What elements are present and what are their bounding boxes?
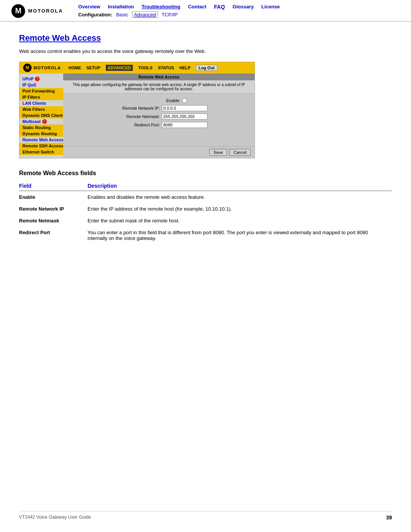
- sidebar-item-dynamicdns[interactable]: Dynamic DNS Client: [19, 112, 63, 118]
- table-row: Remote Network IPEnter the IP address of…: [19, 203, 392, 215]
- fields-section: Remote Web Access fields Field Descripti…: [19, 170, 392, 244]
- table-row: Remote NetmaskEnter the subnet mask of t…: [19, 215, 392, 227]
- sidebar-label: Remote Web Access: [22, 137, 64, 142]
- sidebar-item-staticrouting[interactable]: Static Routing: [19, 125, 63, 131]
- sidebar-item-dynamicrouting[interactable]: Dynamic Routing: [19, 131, 63, 137]
- field-column-header: Field: [19, 181, 88, 191]
- field-description-cell: Enables and disables the remote web acce…: [88, 191, 392, 203]
- nav-links-top: Overview Installation Troubleshooting Co…: [78, 4, 280, 10]
- top-navigation: M MOTOROLA Overview Installation Trouble…: [0, 0, 411, 22]
- motorola-m-icon: M: [11, 4, 25, 18]
- upnp-icon: ?: [35, 77, 40, 81]
- enable-checkbox[interactable]: [182, 98, 187, 103]
- field-name-cell: Remote Netmask: [19, 215, 88, 227]
- sidebar-label: IP QoS: [22, 83, 36, 87]
- router-form: Enable: Remote Network IP: Remote Netmas…: [63, 94, 255, 135]
- nav-license[interactable]: License: [261, 4, 280, 10]
- table-row: EnableEnables and disables the remote we…: [19, 191, 392, 203]
- nav-contact[interactable]: Contact: [188, 4, 206, 10]
- sidebar-label: Dynamic DNS Client: [22, 113, 63, 118]
- sidebar-label: Web Filters: [22, 107, 45, 112]
- sidebar-label: Dynamic Routing: [22, 131, 57, 136]
- router-m-icon: M: [23, 64, 32, 72]
- sidebar-item-remotewebaccess[interactable]: Remote Web Access: [19, 137, 63, 143]
- table-row: Redirect PortYou can enter a port in thi…: [19, 227, 392, 244]
- description-column-header: Description: [88, 181, 392, 191]
- router-body: UPnP ? IP QoS Port Forwarding IP Filters…: [19, 73, 255, 158]
- footer-left: VT2442 Voice Gateway User Guide: [19, 514, 91, 521]
- router-nav-help[interactable]: HELP: [179, 66, 190, 70]
- form-row-networkip: Remote Network IP:: [71, 105, 247, 111]
- nav-troubleshooting[interactable]: Troubleshooting: [142, 4, 180, 10]
- sidebar-item-lanclients[interactable]: LAN Clients: [19, 100, 63, 106]
- nav-installation[interactable]: Installation: [108, 4, 134, 10]
- motorola-logo: M MOTOROLA: [11, 4, 63, 18]
- sidebar-label: Ethernet Switch: [22, 150, 54, 154]
- router-ui: M MOTOROLA HOME SETUP ADVANCED TOOLS STA…: [19, 62, 255, 158]
- netmask-label: Remote Netmask:: [110, 114, 160, 119]
- router-page-desc: This page allows configuring the gateway…: [63, 80, 255, 94]
- sidebar-item-ipqos[interactable]: IP QoS: [19, 82, 63, 88]
- sidebar-item-ethernetswitch[interactable]: Ethernet Switch: [19, 149, 63, 155]
- form-row-redirectport: Redirect Port:: [71, 122, 247, 128]
- netmask-input[interactable]: [162, 113, 207, 120]
- nav-faq[interactable]: FAQ: [214, 4, 225, 10]
- sidebar-item-remotesshaccess[interactable]: Remote SSH Access: [19, 143, 63, 149]
- router-nav-setup[interactable]: SETUP: [86, 66, 100, 70]
- router-nav-home[interactable]: HOME: [68, 66, 81, 70]
- field-description-cell: Enter the IP address of the remote host …: [88, 203, 392, 215]
- sidebar-label: Static Routing: [22, 125, 51, 130]
- save-button[interactable]: Save: [209, 149, 227, 156]
- router-sidebar: UPnP ? IP QoS Port Forwarding IP Filters…: [19, 73, 63, 158]
- field-name-cell: Redirect Port: [19, 227, 88, 244]
- sidebar-item-upnp[interactable]: UPnP ?: [19, 76, 63, 82]
- router-nav: HOME SETUP ADVANCED TOOLS STATUS HELP Lo…: [68, 65, 217, 71]
- nav-glossary[interactable]: Glossary: [233, 4, 254, 10]
- config-tcpip[interactable]: TCP/IP: [162, 12, 178, 18]
- nav-overview[interactable]: Overview: [78, 4, 100, 10]
- sidebar-item-webfilters[interactable]: Web Filters: [19, 106, 63, 112]
- sidebar-item-portforwarding[interactable]: Port Forwarding: [19, 88, 63, 94]
- router-nav-status[interactable]: STATUS: [158, 66, 174, 70]
- router-header: M MOTOROLA HOME SETUP ADVANCED TOOLS STA…: [19, 62, 255, 73]
- router-logo: M MOTOROLA: [23, 64, 61, 72]
- nav-links-wrapper: Overview Installation Troubleshooting Co…: [78, 4, 280, 18]
- router-brand: MOTOROLA: [33, 66, 61, 70]
- sidebar-item-multicast[interactable]: Multicast ?: [19, 118, 63, 125]
- redirectport-label: Redirect Port:: [110, 123, 160, 127]
- cancel-button[interactable]: Cancel: [229, 149, 251, 156]
- form-row-enable: Enable:: [71, 98, 247, 103]
- page-number: 39: [386, 514, 392, 521]
- fields-section-title: Remote Web Access fields: [19, 170, 392, 177]
- page-title: Remote Web Access: [19, 33, 392, 43]
- router-nav-advanced[interactable]: ADVANCED: [106, 65, 133, 71]
- sidebar-label: Remote SSH Access: [22, 144, 63, 148]
- multicast-icon: ?: [42, 119, 47, 124]
- nav-links-bottom: Configuration: Basic Advanced TCP/IP: [78, 11, 280, 18]
- sidebar-item-ipfilters[interactable]: IP Filters: [19, 94, 63, 100]
- router-main-panel: Remote Web Access This page allows confi…: [63, 73, 255, 158]
- field-description-cell: You can enter a port in this field that …: [88, 227, 392, 244]
- sidebar-label: UPnP: [22, 77, 33, 81]
- redirectport-input[interactable]: [162, 122, 207, 128]
- router-nav-tools[interactable]: TOOLS: [138, 66, 153, 70]
- field-description-cell: Enter the subnet mask of the remote host…: [88, 215, 392, 227]
- router-footer: Save Cancel: [63, 146, 255, 158]
- field-name-cell: Enable: [19, 191, 88, 203]
- config-basic[interactable]: Basic: [116, 12, 128, 18]
- config-label: Configuration:: [78, 12, 113, 18]
- sidebar-label: Multicast: [22, 119, 41, 124]
- form-row-netmask: Remote Netmask:: [71, 113, 247, 120]
- sidebar-label: IP Filters: [22, 95, 40, 99]
- router-nav-logout[interactable]: Log Out: [196, 65, 217, 71]
- fields-table: Field Description EnableEnables and disa…: [19, 181, 392, 244]
- sidebar-label: LAN Clients: [22, 101, 46, 105]
- networkip-input[interactable]: [162, 105, 207, 111]
- brand-name: MOTOROLA: [28, 8, 63, 14]
- enable-label: Enable:: [131, 98, 180, 103]
- config-advanced[interactable]: Advanced: [132, 11, 158, 18]
- page-description: Web access control enables you to access…: [19, 48, 392, 54]
- page-footer: VT2442 Voice Gateway User Guide 39: [19, 511, 392, 521]
- networkip-label: Remote Network IP:: [110, 106, 160, 110]
- sidebar-label: Port Forwarding: [22, 89, 55, 93]
